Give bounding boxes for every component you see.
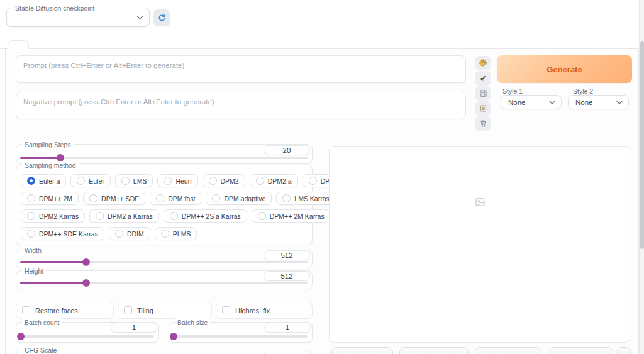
radio-icon [170,212,178,220]
artist-palette-button[interactable] [475,56,491,70]
sampler-chip[interactable]: DPM2 a [250,174,298,187]
style1-dropdown[interactable]: None [501,95,562,109]
radio-icon [161,230,169,238]
tiling-checkbox[interactable]: Tiling [118,302,212,319]
highres-fix-checkbox[interactable]: Highres. fix [216,302,313,319]
slider-thumb[interactable] [170,333,177,340]
cfg-scale-input[interactable] [264,351,310,354]
sampler-chip[interactable]: DPM++ SDE Karras [21,227,104,240]
sampler-chip[interactable]: LMS [115,174,153,187]
send-to-inpaint-button[interactable]: Send to inpaint [475,347,541,354]
radio-icon [89,194,97,202]
main-tabbar [0,31,639,49]
sampler-chip[interactable]: DPM fast [150,192,201,205]
sampler-chip[interactable]: DPM++ 2S a Karras [164,209,247,223]
read-parameters-button[interactable]: ↙ [475,71,491,85]
radio-icon [27,230,35,238]
radio-icon [209,177,217,185]
batch-count-slider[interactable] [21,333,154,340]
height-slider[interactable] [20,279,308,287]
sampler-chip-label: LMS [133,177,147,185]
sampler-chip[interactable]: DPM2 Karras [21,209,85,223]
sampler-chip[interactable]: DPM++ SDE [83,192,145,205]
tab-item[interactable] [93,40,114,49]
radio-icon [212,194,220,202]
trash-icon [479,119,487,128]
sampler-chip[interactable]: DDIM [109,227,150,240]
restore-faces-checkbox[interactable]: Restore faces [16,302,114,319]
scrollbar-thumb[interactable] [640,41,644,249]
radio-icon [96,212,104,220]
width-slider[interactable] [20,258,308,266]
sampler-chip-label: DPM adaptive [224,195,265,202]
batch-size-input[interactable] [264,323,311,333]
sampling-steps-label: Sampling Steps [22,140,74,149]
batch-size-label: Batch size [175,318,210,327]
sampler-row: DPM++ 2MDPM++ SDEDPM fastDPM adaptiveLMS… [21,192,336,205]
height-label: Height [22,267,46,275]
radio-icon [27,194,35,202]
send-to-extras-button[interactable]: Send to extras [548,347,613,354]
sampler-chip[interactable]: DPM adaptive [206,192,272,205]
sampler-chip-label: DPM2 a [268,177,292,185]
restore-faces-label: Restore faces [35,307,78,314]
batch-size-slider[interactable] [174,333,308,340]
send-to-img2img-button[interactable]: Send to img2img [399,347,469,354]
radio-icon [27,212,35,220]
tab-item[interactable] [72,40,93,49]
generate-button[interactable]: Generate [497,55,632,83]
sampler-row: DPM++ SDE KarrasDDIMPLMS [21,227,197,240]
scrollbar[interactable] [639,0,644,354]
apply-style-button[interactable] [475,101,491,115]
style2-value: None [575,99,593,106]
slider-thumb[interactable] [82,258,90,266]
sampler-chip-label: DPM++ 2S a Karras [182,213,241,220]
negative-prompt-input[interactable] [16,92,466,119]
radio-icon [282,194,291,202]
checkpoint-dropdown[interactable]: Stable Diffusion checkpoint [6,8,150,27]
sampler-chip[interactable]: PLMS [155,227,197,240]
style2-dropdown[interactable]: None [568,95,629,109]
style1-value: None [508,99,526,106]
open-folder-button[interactable] [617,347,631,354]
style1-label: Style 1 [502,87,523,95]
clear-prompt-button[interactable] [475,116,491,130]
sampler-chip-label: Heun [175,177,191,185]
sampler-chip[interactable]: DPM++ 2M [21,192,79,205]
sampler-chip[interactable]: LMS Karras [276,192,335,205]
tab-item[interactable] [50,40,72,49]
refresh-checkpoint-button[interactable] [153,9,170,26]
sampler-chip-label: DPM2 [221,177,239,185]
tab-item[interactable] [29,40,50,49]
sampler-row: Euler aEulerLMSHeunDPM2DPM2 aDPM++ 2S a [21,174,365,187]
slider-thumb[interactable] [17,333,25,340]
save-style-button[interactable] [475,86,491,100]
save-image-button[interactable]: Save [331,347,393,354]
sampler-chip-label: DPM++ SDE [101,195,139,202]
cfg-scale-label: CFG Scale [22,346,59,354]
batch-count-input[interactable] [111,323,157,333]
radio-icon [27,177,35,185]
batch-count-label: Batch count [22,318,62,327]
sampler-chip[interactable]: DPM2 [203,174,245,187]
height-group: Height [16,270,313,289]
style2-label: Style 2 [573,87,593,95]
slider-thumb[interactable] [82,279,90,287]
sampler-chip[interactable]: Euler a [21,174,66,187]
sampler-chip-label: Euler [89,177,104,185]
tab-item[interactable] [114,40,136,49]
sampler-chip[interactable]: DPM2 a Karras [89,209,159,223]
sampler-chip[interactable]: Heun [157,174,197,187]
chevron-down-icon [136,15,143,19]
sampler-chip[interactable]: DPM++ 2M Karras [252,209,331,223]
tab-item[interactable] [136,40,157,49]
prompt-input[interactable] [16,55,466,83]
tab-item[interactable] [8,40,29,49]
radio-icon [156,194,164,202]
app-window: Stable Diffusion checkpoint ↙ [0,0,644,354]
tab-item[interactable] [157,40,179,49]
radio-icon [164,177,172,185]
sampler-chip-label: DPM++ 2M [39,195,72,202]
sampling-method-label: Sampling method [22,161,79,170]
sampler-chip[interactable]: Euler [70,174,111,187]
